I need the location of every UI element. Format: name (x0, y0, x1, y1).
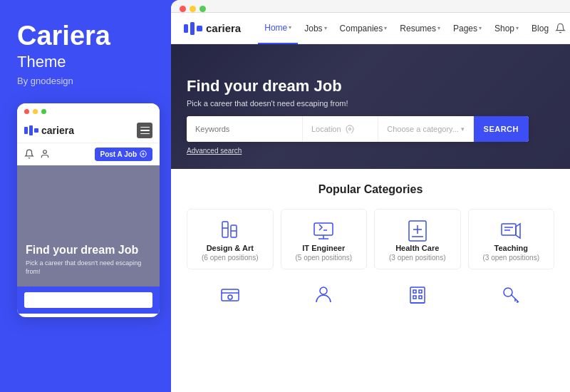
nav-jobs-chevron: ▾ (324, 25, 327, 31)
nav-home-label: Home (264, 23, 287, 33)
nav-home[interactable]: Home ▾ (258, 13, 298, 44)
svg-rect-37 (413, 296, 416, 299)
browser-dot-yellow (190, 6, 196, 12)
category-building[interactable] (374, 277, 461, 311)
site-navbar: cariera Home ▾ Jobs ▾ Companies ▾ Resume… (171, 13, 570, 44)
svg-rect-38 (419, 296, 422, 299)
svg-point-32 (228, 295, 232, 299)
nav-pages-label: Pages (453, 24, 477, 33)
nav-shop-chevron: ▾ (516, 25, 519, 31)
health-count: (3 open positions) (389, 254, 446, 262)
mobile-search-bar (17, 287, 160, 314)
teaching-name: Teaching (494, 244, 528, 252)
site-logo: cariera (184, 22, 241, 35)
it-icon (311, 218, 336, 244)
mobile-mockup: cariera Post A Job (17, 103, 160, 317)
search-location-input[interactable]: Location (303, 116, 378, 142)
mobile-logo-text: cariera (41, 125, 74, 136)
dot-green (41, 109, 46, 114)
svg-rect-9 (197, 26, 202, 31)
site-categories: Popular Categories Design & Art (6 open … (171, 169, 570, 392)
site-hero: Find your dream Job Pick a career that d… (171, 44, 570, 169)
svg-rect-0 (24, 127, 28, 134)
health-name: Health Care (395, 244, 439, 252)
mobile-hero-subtitle: Pick a career that doesn't need escaping… (26, 259, 151, 276)
mobile-icons-row: Post A Job (17, 143, 160, 165)
svg-rect-27 (502, 224, 516, 235)
nav-pages[interactable]: Pages ▾ (447, 13, 488, 44)
site-hero-subtitle: Pick a career that doesn't need escaping… (187, 99, 529, 108)
svg-rect-19 (314, 223, 333, 235)
mobile-logo-icon (24, 125, 38, 135)
dot-red (24, 109, 29, 114)
site-hero-content: Find your dream Job Pick a career that d… (171, 77, 544, 169)
brand-by: By gnodesign (17, 76, 154, 86)
svg-rect-2 (34, 128, 38, 133)
brand-theme: Theme (17, 53, 154, 71)
advanced-search-link[interactable]: Advanced search (187, 147, 529, 155)
mobile-hamburger[interactable] (137, 123, 152, 138)
mobile-hero-title: Find your dream Job (26, 243, 151, 257)
svg-point-40 (504, 288, 512, 296)
design-icon (217, 218, 243, 244)
nav-companies[interactable]: Companies ▾ (333, 13, 394, 44)
it-name: IT Engineer (302, 244, 345, 252)
design-name: Design & Art (207, 244, 254, 252)
user-icon (40, 149, 50, 159)
svg-rect-35 (413, 290, 416, 293)
category-placeholder: Choose a category... (387, 125, 459, 133)
site-nav-right: Post A Job (555, 21, 570, 36)
svg-point-14 (348, 128, 351, 130)
location-placeholder: Location (311, 125, 341, 133)
site-hero-title: Find your dream Job (187, 77, 529, 96)
categories-title: Popular Categories (187, 183, 554, 196)
nav-blog[interactable]: Blog (525, 13, 555, 44)
nav-shop[interactable]: Shop ▾ (488, 13, 525, 44)
nav-pages-chevron: ▾ (479, 25, 482, 31)
mobile-logo: cariera (24, 125, 74, 136)
svg-rect-34 (410, 287, 425, 303)
site-logo-icon (184, 22, 202, 35)
categories-grid: Design & Art (6 open positions) IT Engin… (187, 209, 554, 269)
nav-home-chevron: ▾ (289, 24, 291, 31)
finance-icon (219, 284, 241, 305)
category-it[interactable]: IT Engineer (5 open positions) (281, 209, 368, 269)
nav-blog-label: Blog (532, 24, 549, 33)
site-nav-links: Home ▾ Jobs ▾ Companies ▾ Resumes ▾ Page… (258, 13, 555, 44)
teaching-count: (3 open positions) (483, 254, 540, 262)
category-finance[interactable] (187, 277, 274, 311)
category-key[interactable] (468, 277, 555, 311)
notification-icon[interactable] (555, 23, 566, 33)
left-panel: Cariera Theme By gnodesign cariera (0, 0, 171, 392)
mobile-icon-group (24, 149, 50, 159)
it-count: (5 open positions) (296, 254, 353, 262)
svg-point-3 (43, 150, 47, 154)
nav-resumes[interactable]: Resumes ▾ (393, 13, 447, 44)
mobile-post-btn[interactable]: Post A Job (95, 148, 152, 161)
category-teaching[interactable]: Teaching (3 open positions) (468, 209, 555, 269)
mobile-dots (17, 103, 160, 118)
site-logo-text: cariera (206, 22, 241, 34)
category-user[interactable] (281, 277, 368, 311)
mobile-hero-content: Find your dream Job Pick a career that d… (26, 243, 151, 277)
nav-jobs[interactable]: Jobs ▾ (298, 13, 333, 44)
nav-companies-chevron: ▾ (384, 25, 387, 31)
search-category-select[interactable]: Choose a category... ▾ (378, 116, 473, 142)
category-health[interactable]: Health Care (3 open positions) (374, 209, 461, 269)
svg-rect-36 (419, 290, 422, 293)
health-icon (405, 218, 430, 244)
search-button[interactable]: SEARCH (474, 116, 529, 142)
site-search-row: Location Choose a category... ▾ SEARCH (187, 116, 529, 142)
brand-name: Cariera (17, 21, 154, 51)
mobile-navbar: cariera (17, 118, 160, 143)
svg-point-33 (320, 287, 327, 294)
search-keywords-input[interactable] (187, 116, 303, 142)
nav-shop-label: Shop (494, 24, 514, 33)
nav-resumes-chevron: ▾ (437, 25, 440, 31)
bell-icon (24, 149, 34, 159)
design-count: (6 open positions) (202, 254, 259, 262)
mobile-post-btn-label: Post A Job (100, 150, 137, 158)
nav-jobs-label: Jobs (304, 24, 322, 33)
category-design[interactable]: Design & Art (6 open positions) (187, 209, 274, 269)
browser-chrome (171, 0, 570, 13)
